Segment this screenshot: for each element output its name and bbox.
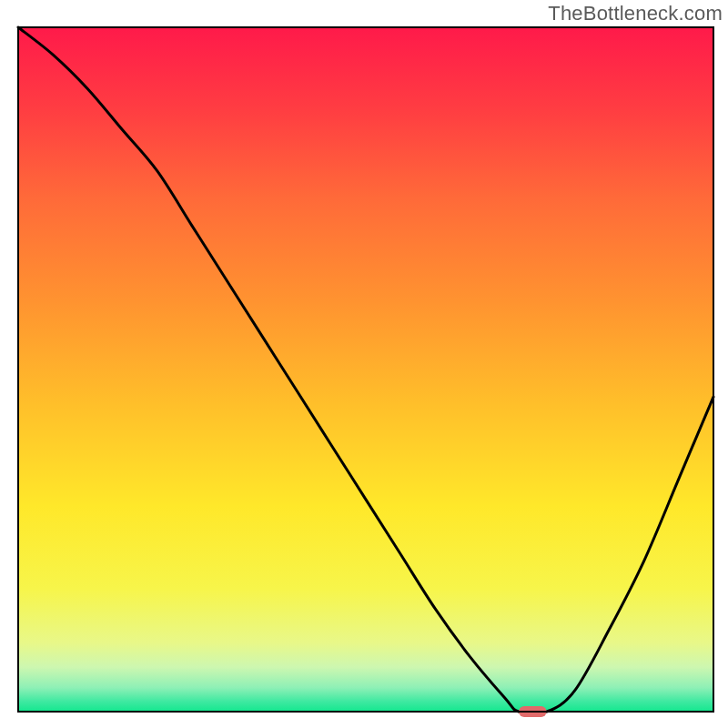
bottleneck-chart (0, 0, 728, 728)
chart-container: TheBottleneck.com (0, 0, 728, 728)
watermark-text: TheBottleneck.com (548, 2, 723, 25)
